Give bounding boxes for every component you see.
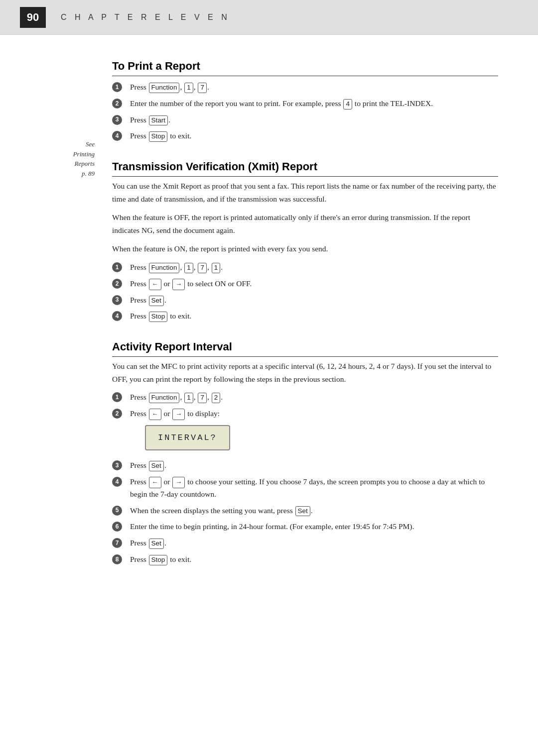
key-stop-a8: Stop [149, 555, 168, 565]
xmit-step-1: 1 Press Function, 1, 7, 1. [112, 261, 498, 274]
step-text-4: Press Stop to exit. [130, 130, 498, 142]
step-number-3: 3 [112, 114, 127, 125]
activity-step-text-1: Press Function, 1, 7, 2. [130, 391, 498, 404]
xmit-step-text-1: Press Function, 1, 7, 1. [130, 261, 498, 274]
activity-step-text-4: Press ← or → to choose your setting. If … [130, 476, 498, 501]
section-title-print-report: To Print a Report [112, 60, 498, 76]
steps-xmit: 1 Press Function, 1, 7, 1. 2 Press ← or … [112, 261, 498, 323]
activity-step-number-6: 6 [112, 521, 127, 532]
key-left-a4: ← [149, 477, 161, 488]
page: 90 C H A P T E R E L E V E N SeePrinting… [0, 0, 538, 756]
step-text-1: Press Function, 1, 7. [130, 81, 498, 94]
activity-step-text-5: When the screen displays the setting you… [130, 505, 498, 517]
step-number-2: 2 [112, 98, 127, 108]
key-1a: 1 [184, 83, 193, 93]
key-left-a2: ← [149, 409, 161, 420]
xmit-step-number-4: 4 [112, 310, 127, 321]
chapter-label: C H A P T E R E L E V E N [61, 13, 230, 22]
activity-step-number-3: 3 [112, 459, 127, 470]
key-2a1: 2 [212, 393, 221, 403]
activity-step-2: 2 Press ← or → to display: INTERVAL? [112, 408, 498, 455]
lcd-interval: INTERVAL? [145, 425, 230, 450]
key-right-a2: → [172, 409, 185, 420]
activity-step-text-6: Enter the time to begin printing, in 24-… [130, 521, 498, 533]
key-stop-1: Stop [149, 131, 168, 142]
activity-step-4: 4 Press ← or → to choose your setting. I… [112, 476, 498, 501]
steps-activity: 1 Press Function, 1, 7, 2. 2 Press ← or … [112, 391, 498, 565]
activity-step-text-8: Press Stop to exit. [130, 553, 498, 566]
content-area: To Print a Report 1 Press Function, 1, 7… [112, 60, 498, 566]
xmit-para-1: You can use the Xmit Report as proof tha… [112, 180, 498, 205]
key-function-x1: Function [149, 263, 180, 273]
xmit-step-number-3: 3 [112, 294, 127, 305]
activity-step-1: 1 Press Function, 1, 7, 2. [112, 391, 498, 404]
activity-step-number-7: 7 [112, 537, 127, 548]
key-1a1: 1 [184, 393, 193, 403]
key-set-a3: Set [149, 461, 164, 471]
section-xmit-report: Transmission Verification (Xmit) Report … [112, 160, 498, 323]
activity-step-6: 6 Enter the time to begin printing, in 2… [112, 521, 498, 533]
activity-step-5: 5 When the screen displays the setting y… [112, 505, 498, 517]
page-header: 90 C H A P T E R E L E V E N [0, 0, 538, 35]
activity-step-number-5: 5 [112, 505, 127, 516]
step-number-4: 4 [112, 130, 127, 141]
step-3: 3 Press Start. [112, 114, 498, 126]
key-start: Start [149, 115, 168, 126]
step-1: 1 Press Function, 1, 7. [112, 81, 498, 94]
activity-step-8: 8 Press Stop to exit. [112, 553, 498, 566]
key-1x1b: 1 [212, 263, 221, 273]
xmit-step-number-2: 2 [112, 278, 127, 289]
xmit-para-3: When the feature is ON, the report is pr… [112, 242, 498, 255]
step-text-2: Enter the number of the report you want … [130, 98, 498, 110]
section-title-activity: Activity Report Interval [112, 340, 498, 357]
key-right-1: → [172, 279, 185, 290]
activity-step-number-8: 8 [112, 553, 127, 564]
key-set-x3: Set [149, 296, 164, 306]
key-function-a1: Function [149, 393, 180, 403]
activity-step-7: 7 Press Set. [112, 537, 498, 549]
key-left-1: ← [149, 279, 161, 290]
key-4: 4 [343, 99, 352, 109]
xmit-step-2: 2 Press ← or → to select ON or OFF. [112, 278, 498, 290]
xmit-step-3: 3 Press Set. [112, 294, 498, 307]
sidebar-text: SeePrintingReportsp. 89 [73, 140, 95, 177]
step-2: 2 Enter the number of the report you wan… [112, 98, 498, 110]
key-set-a7: Set [149, 539, 164, 549]
key-7x1: 7 [198, 263, 207, 273]
step-4: 4 Press Stop to exit. [112, 130, 498, 142]
activity-step-number-4: 4 [112, 476, 127, 487]
main-content: SeePrintingReportsp. 89 To Print a Repor… [0, 35, 538, 614]
page-number: 90 [20, 7, 46, 28]
xmit-step-text-2: Press ← or → to select ON or OFF. [130, 278, 498, 290]
key-stop-x4: Stop [149, 312, 168, 322]
xmit-step-4: 4 Press Stop to exit. [112, 310, 498, 323]
activity-para-1: You can set the MFC to print activity re… [112, 360, 498, 385]
key-1x1: 1 [184, 263, 193, 273]
key-function: Function [149, 83, 180, 93]
key-right-a4: → [172, 477, 185, 488]
activity-step-text-3: Press Set. [130, 459, 498, 472]
activity-step-text-7: Press Set. [130, 537, 498, 549]
step-text-3: Press Start. [130, 114, 498, 126]
activity-step-number-1: 1 [112, 391, 127, 402]
section-activity-report: Activity Report Interval You can set the… [112, 340, 498, 566]
xmit-step-text-3: Press Set. [130, 294, 498, 307]
step-number-1: 1 [112, 81, 127, 92]
activity-step-number-2: 2 [112, 408, 127, 419]
section-print-report: To Print a Report 1 Press Function, 1, 7… [112, 60, 498, 142]
key-7a: 7 [198, 83, 207, 93]
steps-print-report: 1 Press Function, 1, 7. 2 Enter the numb… [112, 81, 498, 142]
section-title-xmit: Transmission Verification (Xmit) Report [112, 160, 498, 177]
sidebar: SeePrintingReportsp. 89 [40, 139, 95, 178]
key-set-a5: Set [295, 506, 310, 517]
xmit-step-text-4: Press Stop to exit. [130, 310, 498, 323]
xmit-step-number-1: 1 [112, 261, 127, 272]
activity-step-text-2: Press ← or → to display: INTERVAL? [130, 408, 498, 455]
key-7a1: 7 [198, 393, 207, 403]
activity-step-3: 3 Press Set. [112, 459, 498, 472]
xmit-para-2: When the feature is OFF, the report is p… [112, 211, 498, 236]
